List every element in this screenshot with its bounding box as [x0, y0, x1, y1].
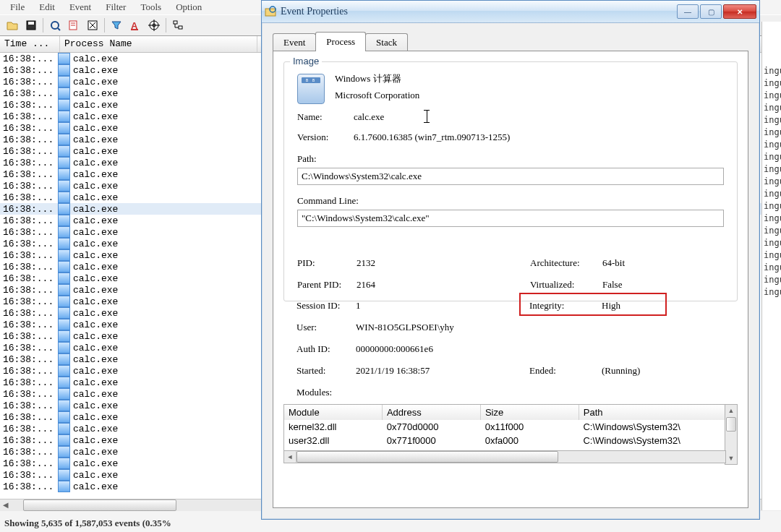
- pid-label: PID:: [297, 257, 315, 269]
- ended-value: (Running): [602, 365, 640, 377]
- process-icon: [58, 458, 70, 469]
- save-icon[interactable]: [23, 17, 39, 33]
- cmdline-field[interactable]: "C:\Windows\System32\calc.exe": [297, 210, 724, 227]
- highlight-icon[interactable]: A: [127, 17, 143, 33]
- tab-process[interactable]: Process: [315, 32, 366, 51]
- started-label: Started:: [296, 365, 325, 377]
- minimize-button[interactable]: —: [677, 4, 699, 19]
- process-icon: [58, 319, 70, 330]
- modules-col-path[interactable]: Path: [579, 405, 725, 421]
- calc-app-icon: [297, 74, 325, 104]
- process-icon: [58, 400, 70, 411]
- scroll-left-arrow[interactable]: ◄: [284, 451, 296, 463]
- pid-value: 2132: [357, 257, 375, 269]
- clear-icon[interactable]: [85, 17, 101, 33]
- process-icon: [58, 53, 70, 64]
- process-icon: [58, 87, 70, 99]
- scroll-up-arrow[interactable]: ▲: [725, 405, 737, 416]
- close-button[interactable]: ✕: [723, 4, 756, 19]
- user-value: WIN-81O5GLPSOEI\yhy: [356, 322, 454, 333]
- module-row[interactable]: user32.dll0x771f00000xfa000C:\Windows\Sy…: [284, 434, 725, 447]
- modules-header: Module Address Size Path: [283, 404, 726, 421]
- column-time[interactable]: Time ...: [0, 36, 60, 52]
- menu-tools[interactable]: Tools: [133, 0, 168, 14]
- image-group-label: Image: [290, 56, 322, 66]
- process-icon: [58, 145, 70, 157]
- process-icon: [58, 342, 70, 353]
- process-icon: [58, 76, 70, 87]
- path-field[interactable]: C:\Windows\System32\calc.exe: [297, 168, 724, 185]
- process-icon: [58, 64, 70, 76]
- svg-rect-16: [174, 21, 177, 24]
- svg-line-3: [58, 28, 60, 30]
- image-group: Image Windows 计算器 Microsoft Corporation …: [283, 61, 738, 301]
- modules-table[interactable]: kernel32.dll0x770d00000x11f000C:\Windows…: [283, 420, 726, 451]
- open-icon[interactable]: [4, 17, 20, 33]
- process-icon: [58, 99, 70, 111]
- tabs: Event Process Stack: [273, 32, 407, 51]
- ppid-label: Parent PID:: [297, 279, 341, 291]
- modules-col-module[interactable]: Module: [284, 405, 383, 421]
- process-icon: [58, 377, 70, 388]
- tab-panel-process: Image Windows 计算器 Microsoft Corporation …: [273, 51, 748, 508]
- process-icon: [58, 203, 70, 215]
- scroll-thumb[interactable]: [23, 499, 176, 511]
- ended-label: Ended:: [529, 365, 556, 377]
- process-icon: [58, 307, 70, 319]
- menu-file[interactable]: File: [3, 0, 32, 14]
- started-value: 2021/1/19 16:38:57: [356, 365, 430, 377]
- menu-options[interactable]: Option: [168, 0, 209, 14]
- column-process-name[interactable]: Process Name: [60, 36, 257, 52]
- dialog-icon: [265, 6, 276, 17]
- process-icon: [58, 446, 70, 458]
- dialog-title: Event Properties: [281, 6, 675, 17]
- menu-edit[interactable]: Edit: [32, 0, 62, 14]
- svg-point-2: [51, 22, 59, 29]
- module-row[interactable]: kernel32.dll0x770d00000x11f000C:\Windows…: [284, 420, 725, 434]
- process-icon: [58, 284, 70, 296]
- auth-value: 00000000:000661e6: [356, 343, 433, 355]
- virt-label: Virtualized:: [530, 279, 574, 291]
- name-value: calc.exe: [354, 111, 384, 123]
- process-icon: [58, 215, 70, 226]
- process-icon: [58, 192, 70, 203]
- scroll-left-arrow[interactable]: ◄: [0, 500, 12, 510]
- tab-event[interactable]: Event: [273, 33, 316, 53]
- modules-col-address[interactable]: Address: [383, 405, 481, 421]
- process-icon: [58, 353, 70, 365]
- tab-stack[interactable]: Stack: [365, 33, 408, 53]
- virt-value: False: [602, 279, 622, 291]
- scroll-thumb[interactable]: [726, 417, 736, 432]
- filter-icon[interactable]: [108, 17, 124, 33]
- process-icon: [58, 330, 70, 342]
- dialog-body: Event Process Stack Image Windows 计算器 Mi…: [262, 23, 759, 519]
- process-icon: [58, 122, 70, 134]
- modules-vertical-scrollbar[interactable]: ▲ ▼: [725, 404, 738, 465]
- ppid-value: 2164: [357, 279, 375, 291]
- process-icon: [58, 273, 70, 284]
- dialog-titlebar[interactable]: Event Properties — ▢ ✕: [262, 1, 759, 23]
- tree-icon[interactable]: [170, 17, 186, 33]
- maximize-button[interactable]: ▢: [700, 4, 722, 19]
- process-icon: [58, 111, 70, 122]
- capture-icon[interactable]: [47, 17, 63, 33]
- target-icon[interactable]: [146, 17, 162, 33]
- cmdline-label: Command Line:: [297, 195, 359, 207]
- autoscroll-icon[interactable]: [66, 17, 82, 33]
- image-description: Windows 计算器: [335, 72, 401, 85]
- session-value: 1: [356, 300, 361, 312]
- text-cursor-icon: [426, 110, 427, 123]
- process-icon: [58, 134, 70, 145]
- event-properties-dialog: Event Properties — ▢ ✕ Event Process Sta…: [261, 0, 760, 520]
- modules-horizontal-scrollbar[interactable]: ◄: [283, 450, 726, 463]
- process-icon: [58, 180, 70, 192]
- menu-filter[interactable]: Filter: [98, 0, 133, 14]
- modules-col-size[interactable]: Size: [481, 405, 579, 421]
- scroll-down-arrow[interactable]: ▼: [725, 452, 737, 464]
- scroll-thumb[interactable]: [296, 451, 558, 463]
- menu-event[interactable]: Event: [62, 0, 98, 14]
- status-bar: Showing 5,635 of 1,587,053 events (0.35%: [0, 515, 176, 532]
- integrity-highlight-annotation: [519, 293, 667, 316]
- arch-value: 64-bit: [602, 257, 625, 269]
- svg-rect-17: [179, 26, 182, 29]
